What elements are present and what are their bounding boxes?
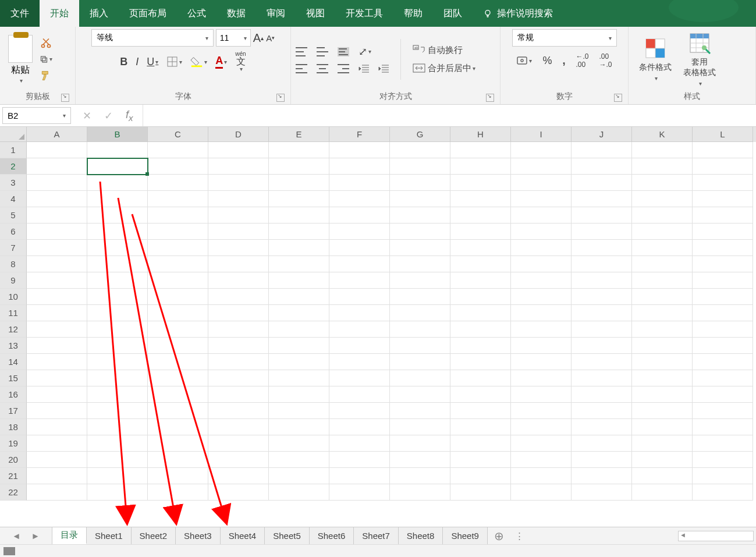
cell-D1[interactable] xyxy=(208,142,269,158)
row-header-14[interactable]: 14 xyxy=(0,354,27,370)
decrease-font-button[interactable]: A▾ xyxy=(266,33,275,43)
cell-D6[interactable] xyxy=(208,223,269,240)
cell-F17[interactable] xyxy=(329,403,390,419)
increase-decimal-button[interactable]: ←.0.00 xyxy=(576,52,589,69)
cell-I19[interactable] xyxy=(511,435,572,452)
cell-B6[interactable] xyxy=(87,223,148,240)
cell-I2[interactable] xyxy=(511,158,572,175)
cell-J15[interactable] xyxy=(572,370,632,386)
cell-K16[interactable] xyxy=(632,386,693,403)
cell-D15[interactable] xyxy=(208,370,269,386)
record-macro-icon[interactable] xyxy=(3,547,15,555)
cell-G3[interactable] xyxy=(390,175,450,191)
cell-B4[interactable] xyxy=(87,191,148,207)
cell-E11[interactable] xyxy=(269,305,329,321)
cell-J7[interactable] xyxy=(572,240,632,256)
cell-G15[interactable] xyxy=(390,370,450,386)
cell-C2[interactable] xyxy=(148,158,208,175)
cell-F13[interactable] xyxy=(329,338,390,354)
cell-K14[interactable] xyxy=(632,354,693,370)
cell-J4[interactable] xyxy=(572,191,632,207)
cell-F7[interactable] xyxy=(329,240,390,256)
cell-L12[interactable] xyxy=(693,321,753,338)
cell-J6[interactable] xyxy=(572,223,632,240)
cell-E21[interactable] xyxy=(269,468,329,484)
column-header-C[interactable]: C xyxy=(148,127,208,142)
cell-C17[interactable] xyxy=(148,403,208,419)
tab-view[interactable]: 视图 xyxy=(296,0,335,27)
cell-B1[interactable] xyxy=(87,142,148,158)
cell-D17[interactable] xyxy=(208,403,269,419)
sheet-nav-next[interactable]: ► xyxy=(31,531,40,541)
row-header-22[interactable]: 22 xyxy=(0,484,27,501)
cell-L7[interactable] xyxy=(693,240,753,256)
cell-L15[interactable] xyxy=(693,370,753,386)
cell-E4[interactable] xyxy=(269,191,329,207)
number-dialog-launcher[interactable] xyxy=(614,94,622,102)
column-header-E[interactable]: E xyxy=(269,127,329,142)
cell-B18[interactable] xyxy=(87,419,148,435)
cell-H5[interactable] xyxy=(450,207,511,223)
cell-D12[interactable] xyxy=(208,321,269,338)
cell-H12[interactable] xyxy=(450,321,511,338)
cell-D11[interactable] xyxy=(208,305,269,321)
cell-G2[interactable] xyxy=(390,158,450,175)
cell-K6[interactable] xyxy=(632,223,693,240)
tab-page-layout[interactable]: 页面布局 xyxy=(119,0,177,27)
cell-D9[interactable] xyxy=(208,272,269,289)
row-header-18[interactable]: 18 xyxy=(0,419,27,435)
cell-H3[interactable] xyxy=(450,175,511,191)
cell-F22[interactable] xyxy=(329,484,390,501)
cell-K9[interactable] xyxy=(632,272,693,289)
cell-A20[interactable] xyxy=(27,452,87,468)
font-size-select[interactable]: 11▾ xyxy=(216,29,251,47)
cell-D8[interactable] xyxy=(208,256,269,272)
cell-B2[interactable] xyxy=(87,158,148,175)
align-center-button[interactable] xyxy=(317,64,328,73)
cell-C12[interactable] xyxy=(148,321,208,338)
row-header-1[interactable]: 1 xyxy=(0,142,27,158)
cell-E13[interactable] xyxy=(269,338,329,354)
row-header-8[interactable]: 8 xyxy=(0,256,27,272)
cell-C5[interactable] xyxy=(148,207,208,223)
cell-F11[interactable] xyxy=(329,305,390,321)
align-middle-button[interactable] xyxy=(317,47,328,56)
cell-F2[interactable] xyxy=(329,158,390,175)
cell-I9[interactable] xyxy=(511,272,572,289)
row-header-13[interactable]: 13 xyxy=(0,338,27,354)
cell-A22[interactable] xyxy=(27,484,87,501)
cell-I13[interactable] xyxy=(511,338,572,354)
cell-B17[interactable] xyxy=(87,403,148,419)
cell-D7[interactable] xyxy=(208,240,269,256)
cell-A9[interactable] xyxy=(27,272,87,289)
new-sheet-button[interactable]: ⊕ xyxy=(488,527,511,544)
cell-I17[interactable] xyxy=(511,403,572,419)
cell-L5[interactable] xyxy=(693,207,753,223)
row-header-10[interactable]: 10 xyxy=(0,289,27,305)
cell-F16[interactable] xyxy=(329,386,390,403)
row-header-6[interactable]: 6 xyxy=(0,223,27,240)
tab-data[interactable]: 数据 xyxy=(216,0,256,27)
cell-L19[interactable] xyxy=(693,435,753,452)
cell-E15[interactable] xyxy=(269,370,329,386)
cell-E18[interactable] xyxy=(269,419,329,435)
cell-D4[interactable] xyxy=(208,191,269,207)
cell-I4[interactable] xyxy=(511,191,572,207)
font-dialog-launcher[interactable] xyxy=(276,94,285,102)
cell-G7[interactable] xyxy=(390,240,450,256)
cell-G21[interactable] xyxy=(390,468,450,484)
cell-A14[interactable] xyxy=(27,354,87,370)
cell-I1[interactable] xyxy=(511,142,572,158)
cell-D10[interactable] xyxy=(208,289,269,305)
cell-H16[interactable] xyxy=(450,386,511,403)
cell-B3[interactable] xyxy=(87,175,148,191)
formula-input[interactable] xyxy=(143,105,756,126)
column-header-J[interactable]: J xyxy=(572,127,632,142)
cell-A21[interactable] xyxy=(27,468,87,484)
cell-A7[interactable] xyxy=(27,240,87,256)
cell-I20[interactable] xyxy=(511,452,572,468)
cell-C21[interactable] xyxy=(148,468,208,484)
cell-E3[interactable] xyxy=(269,175,329,191)
cell-C14[interactable] xyxy=(148,354,208,370)
cell-F12[interactable] xyxy=(329,321,390,338)
